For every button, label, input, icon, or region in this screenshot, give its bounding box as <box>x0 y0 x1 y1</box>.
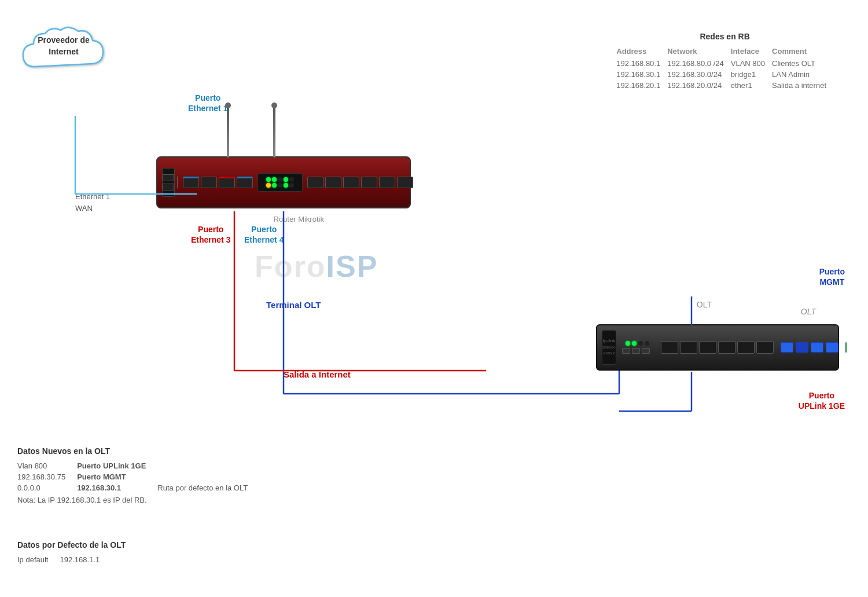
port-eth7 <box>343 177 359 188</box>
datos-nuevos-row: 0.0.0.0192.168.30.1Ruta por defecto en l… <box>17 482 259 493</box>
col-address: Address <box>616 46 667 58</box>
datos-defecto-title: Datos por Defecto de la OLT <box>17 540 126 550</box>
datos-nuevos-section: Datos Nuevos en la OLT Vlan 800Puerto UP… <box>17 446 259 504</box>
datos-defecto-table: Ip default192.168.1.1 <box>17 554 111 565</box>
router-label: Router Mikrotik <box>274 215 324 224</box>
datos-defecto-section: Datos por Defecto de la OLT Ip default19… <box>17 540 126 565</box>
port-eth5 <box>307 177 323 188</box>
port-eth9 <box>379 177 395 188</box>
datos-nuevos-row: 192.168.30.75Puerto MGMT <box>17 471 259 482</box>
watermark: ForoISP <box>255 249 378 284</box>
datos-defecto-cell-0-1: 192.168.1.1 <box>60 554 112 565</box>
olt-device: tp-linkSMXXX-XXXXX <box>596 324 839 371</box>
network-cell-2-1: 192.168.20.0/24 <box>667 80 731 91</box>
datos-nuevos-cell-1-2 <box>157 471 259 482</box>
network-cell-0-1: 192.168.80.0 /24 <box>667 58 731 69</box>
port-uplink-label: Puerto UPLink 1GE <box>799 390 845 411</box>
datos-nuevos-row: Vlan 800Puerto UPLink 1GE <box>17 460 259 471</box>
network-cell-0-3: Clientes OLT <box>772 58 833 69</box>
router-container: Puerto Ethernet 1 <box>156 156 411 208</box>
olt-sfp-6 <box>756 341 774 354</box>
olt-sfp-5 <box>737 341 755 354</box>
olt-rj45-4 <box>826 342 838 353</box>
olt-sfp-1 <box>661 341 678 354</box>
olt-text-label: OLT <box>697 300 712 309</box>
datos-nuevos-cell-0-1: Puerto UPLink 1GE <box>77 460 157 471</box>
router-mikrotik: Puerto Ethernet 3 Puerto Ethernet 4 Rout… <box>156 156 411 208</box>
datos-nuevos-title: Datos Nuevos en la OLT <box>17 446 259 456</box>
datos-nuevos-cell-1-1: Puerto MGMT <box>77 471 157 482</box>
network-table-title: Redes en RB <box>616 32 833 41</box>
datos-nuevos-cell-2-2: Ruta por defecto en la OLT <box>157 482 259 493</box>
olt-sfp-2 <box>680 341 697 354</box>
port-eth3-label: Puerto Ethernet 3 <box>191 224 230 245</box>
network-cell-1-2: bridge1 <box>731 69 772 80</box>
port-eth8 <box>361 177 377 188</box>
port-eth1-label: Puerto Ethernet 1 <box>188 93 227 113</box>
datos-nuevos-cell-0-2 <box>157 460 259 471</box>
olt-port-green <box>845 342 847 353</box>
olt-label: OLT <box>801 307 816 316</box>
datos-defecto-row: Ip default192.168.1.1 <box>17 554 111 565</box>
port-eth6 <box>325 177 341 188</box>
port-eth2 <box>201 177 217 188</box>
olt-sfp-3 <box>699 341 716 354</box>
network-cell-1-1: 192.168.30.0/24 <box>667 69 731 80</box>
port-eth1 <box>183 177 199 188</box>
antenna-left <box>227 105 229 158</box>
network-table-row: 192.168.30.1192.168.30.0/24bridge1LAN Ad… <box>616 69 833 80</box>
eth1-wan-label: Ethernet 1 WAN <box>75 191 110 214</box>
watermark-foro: Foro <box>255 250 326 283</box>
network-cell-2-3: Salida a internet <box>772 80 833 91</box>
watermark-isp: ISP <box>326 250 378 283</box>
port-eth4-label: Puerto Ethernet 4 <box>244 224 284 245</box>
datos-nuevos-cell-0-0: Vlan 800 <box>17 460 77 471</box>
salida-internet-label: Salida a Internet <box>284 369 351 379</box>
network-cell-1-0: 192.168.30.1 <box>616 69 667 80</box>
col-comment: Comment <box>772 46 833 58</box>
datos-defecto-cell-0-0: Ip default <box>17 554 60 565</box>
port-mgmt-label: Puerto MGMT <box>819 266 845 287</box>
olt-container: OLT Puerto MGMT tp-linkSMXXX-XXXXX <box>596 324 839 371</box>
col-network: Network <box>667 46 731 58</box>
olt-rj45-2 <box>796 342 808 353</box>
antenna-right <box>273 105 275 158</box>
datos-nuevos-cell-1-0: 192.168.30.75 <box>17 471 77 482</box>
cloud-label: Proveedor de Internet <box>17 35 110 57</box>
network-table: Redes en RB Address Network Inteface Com… <box>616 32 833 91</box>
datos-nuevos-cell-2-1: 192.168.30.1 <box>77 482 157 493</box>
led-group <box>266 177 294 188</box>
network-cell-0-2: VLAN 800 <box>731 58 772 69</box>
datos-nuevos-cell-2-0: 0.0.0.0 <box>17 482 77 493</box>
olt-rj45-3 <box>811 342 823 353</box>
cloud-provider: Proveedor de Internet <box>17 23 110 87</box>
olt-rj45-1 <box>781 342 793 353</box>
network-table-row: 192.168.80.1192.168.80.0 /24VLAN 800Clie… <box>616 58 833 69</box>
network-cell-2-0: 192.168.20.1 <box>616 80 667 91</box>
port-eth3 <box>219 177 235 188</box>
olt-sfp-4 <box>718 341 735 354</box>
terminal-olt-label: Terminal OLT <box>266 300 321 310</box>
network-cell-1-3: LAN Admin <box>772 69 833 80</box>
network-cell-0-0: 192.168.80.1 <box>616 58 667 69</box>
nota-text: Nota: La IP 192.168.30.1 es IP del RB. <box>17 496 259 504</box>
network-table-row: 192.168.20.1192.168.20.0/24ether1Salida … <box>616 80 833 91</box>
datos-nuevos-table: Vlan 800Puerto UPLink 1GE192.168.30.75Pu… <box>17 460 259 493</box>
col-inteface: Inteface <box>731 46 772 58</box>
network-cell-2-2: ether1 <box>731 80 772 91</box>
port-eth4 <box>237 177 253 188</box>
port-eth10 <box>397 177 413 188</box>
olt-front: tp-linkSMXXX-XXXXX <box>602 330 833 365</box>
